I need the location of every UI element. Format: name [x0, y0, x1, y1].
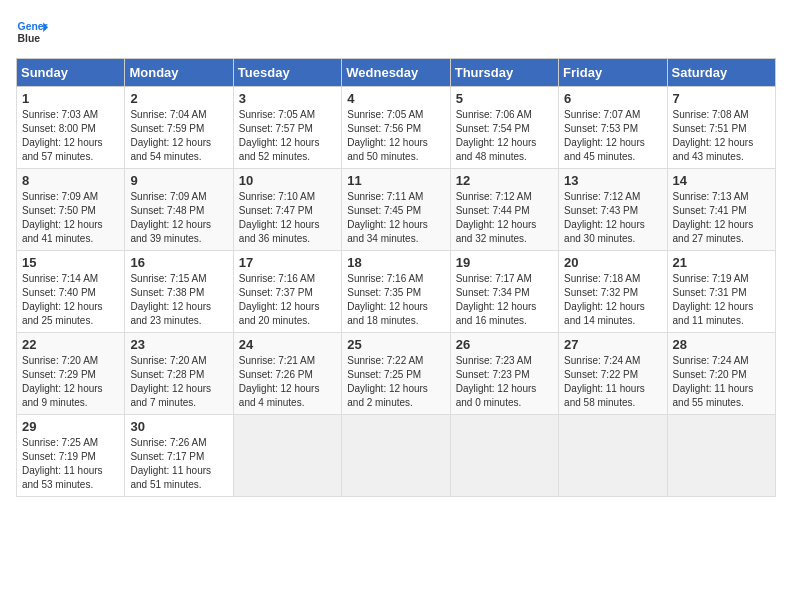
day-detail: Sunrise: 7:20 AM Sunset: 7:29 PM Dayligh…	[22, 354, 119, 410]
calendar-cell: 25Sunrise: 7:22 AM Sunset: 7:25 PM Dayli…	[342, 333, 450, 415]
day-detail: Sunrise: 7:26 AM Sunset: 7:17 PM Dayligh…	[130, 436, 227, 492]
week-row-5: 29Sunrise: 7:25 AM Sunset: 7:19 PM Dayli…	[17, 415, 776, 497]
col-header-friday: Friday	[559, 59, 667, 87]
calendar-cell	[559, 415, 667, 497]
day-detail: Sunrise: 7:09 AM Sunset: 7:48 PM Dayligh…	[130, 190, 227, 246]
day-detail: Sunrise: 7:06 AM Sunset: 7:54 PM Dayligh…	[456, 108, 553, 164]
day-number: 21	[673, 255, 770, 270]
calendar-cell: 13Sunrise: 7:12 AM Sunset: 7:43 PM Dayli…	[559, 169, 667, 251]
day-number: 13	[564, 173, 661, 188]
calendar-cell	[342, 415, 450, 497]
svg-text:Blue: Blue	[18, 33, 41, 44]
calendar-cell: 10Sunrise: 7:10 AM Sunset: 7:47 PM Dayli…	[233, 169, 341, 251]
day-number: 29	[22, 419, 119, 434]
calendar-cell: 23Sunrise: 7:20 AM Sunset: 7:28 PM Dayli…	[125, 333, 233, 415]
day-number: 7	[673, 91, 770, 106]
day-detail: Sunrise: 7:13 AM Sunset: 7:41 PM Dayligh…	[673, 190, 770, 246]
col-header-thursday: Thursday	[450, 59, 558, 87]
calendar-cell: 20Sunrise: 7:18 AM Sunset: 7:32 PM Dayli…	[559, 251, 667, 333]
calendar-cell: 16Sunrise: 7:15 AM Sunset: 7:38 PM Dayli…	[125, 251, 233, 333]
day-detail: Sunrise: 7:24 AM Sunset: 7:22 PM Dayligh…	[564, 354, 661, 410]
day-detail: Sunrise: 7:18 AM Sunset: 7:32 PM Dayligh…	[564, 272, 661, 328]
col-header-wednesday: Wednesday	[342, 59, 450, 87]
calendar-cell: 17Sunrise: 7:16 AM Sunset: 7:37 PM Dayli…	[233, 251, 341, 333]
calendar-cell: 21Sunrise: 7:19 AM Sunset: 7:31 PM Dayli…	[667, 251, 775, 333]
calendar-cell: 27Sunrise: 7:24 AM Sunset: 7:22 PM Dayli…	[559, 333, 667, 415]
day-detail: Sunrise: 7:07 AM Sunset: 7:53 PM Dayligh…	[564, 108, 661, 164]
day-number: 28	[673, 337, 770, 352]
day-number: 25	[347, 337, 444, 352]
day-number: 22	[22, 337, 119, 352]
week-row-4: 22Sunrise: 7:20 AM Sunset: 7:29 PM Dayli…	[17, 333, 776, 415]
day-number: 18	[347, 255, 444, 270]
day-detail: Sunrise: 7:16 AM Sunset: 7:35 PM Dayligh…	[347, 272, 444, 328]
day-number: 6	[564, 91, 661, 106]
day-number: 9	[130, 173, 227, 188]
day-number: 8	[22, 173, 119, 188]
day-number: 20	[564, 255, 661, 270]
day-number: 30	[130, 419, 227, 434]
calendar-cell: 2Sunrise: 7:04 AM Sunset: 7:59 PM Daylig…	[125, 87, 233, 169]
calendar-cell: 26Sunrise: 7:23 AM Sunset: 7:23 PM Dayli…	[450, 333, 558, 415]
calendar-cell: 19Sunrise: 7:17 AM Sunset: 7:34 PM Dayli…	[450, 251, 558, 333]
calendar-cell: 1Sunrise: 7:03 AM Sunset: 8:00 PM Daylig…	[17, 87, 125, 169]
day-detail: Sunrise: 7:08 AM Sunset: 7:51 PM Dayligh…	[673, 108, 770, 164]
day-detail: Sunrise: 7:24 AM Sunset: 7:20 PM Dayligh…	[673, 354, 770, 410]
calendar-cell: 22Sunrise: 7:20 AM Sunset: 7:29 PM Dayli…	[17, 333, 125, 415]
calendar-cell: 7Sunrise: 7:08 AM Sunset: 7:51 PM Daylig…	[667, 87, 775, 169]
day-detail: Sunrise: 7:12 AM Sunset: 7:44 PM Dayligh…	[456, 190, 553, 246]
day-detail: Sunrise: 7:10 AM Sunset: 7:47 PM Dayligh…	[239, 190, 336, 246]
day-detail: Sunrise: 7:11 AM Sunset: 7:45 PM Dayligh…	[347, 190, 444, 246]
day-number: 12	[456, 173, 553, 188]
calendar-cell: 9Sunrise: 7:09 AM Sunset: 7:48 PM Daylig…	[125, 169, 233, 251]
day-detail: Sunrise: 7:22 AM Sunset: 7:25 PM Dayligh…	[347, 354, 444, 410]
day-number: 24	[239, 337, 336, 352]
calendar-cell: 24Sunrise: 7:21 AM Sunset: 7:26 PM Dayli…	[233, 333, 341, 415]
calendar-cell: 6Sunrise: 7:07 AM Sunset: 7:53 PM Daylig…	[559, 87, 667, 169]
day-detail: Sunrise: 7:12 AM Sunset: 7:43 PM Dayligh…	[564, 190, 661, 246]
day-detail: Sunrise: 7:23 AM Sunset: 7:23 PM Dayligh…	[456, 354, 553, 410]
calendar-cell: 28Sunrise: 7:24 AM Sunset: 7:20 PM Dayli…	[667, 333, 775, 415]
calendar-cell: 12Sunrise: 7:12 AM Sunset: 7:44 PM Dayli…	[450, 169, 558, 251]
calendar-cell: 29Sunrise: 7:25 AM Sunset: 7:19 PM Dayli…	[17, 415, 125, 497]
logo-icon: General Blue	[16, 16, 48, 48]
calendar-cell	[667, 415, 775, 497]
calendar-cell	[233, 415, 341, 497]
calendar-cell: 30Sunrise: 7:26 AM Sunset: 7:17 PM Dayli…	[125, 415, 233, 497]
day-number: 17	[239, 255, 336, 270]
day-number: 19	[456, 255, 553, 270]
day-number: 14	[673, 173, 770, 188]
day-number: 16	[130, 255, 227, 270]
day-detail: Sunrise: 7:16 AM Sunset: 7:37 PM Dayligh…	[239, 272, 336, 328]
day-detail: Sunrise: 7:19 AM Sunset: 7:31 PM Dayligh…	[673, 272, 770, 328]
calendar-cell: 3Sunrise: 7:05 AM Sunset: 7:57 PM Daylig…	[233, 87, 341, 169]
day-detail: Sunrise: 7:03 AM Sunset: 8:00 PM Dayligh…	[22, 108, 119, 164]
day-detail: Sunrise: 7:05 AM Sunset: 7:57 PM Dayligh…	[239, 108, 336, 164]
day-detail: Sunrise: 7:05 AM Sunset: 7:56 PM Dayligh…	[347, 108, 444, 164]
calendar-table: SundayMondayTuesdayWednesdayThursdayFrid…	[16, 58, 776, 497]
day-number: 3	[239, 91, 336, 106]
calendar-cell: 15Sunrise: 7:14 AM Sunset: 7:40 PM Dayli…	[17, 251, 125, 333]
header: General Blue	[16, 16, 776, 48]
day-number: 23	[130, 337, 227, 352]
day-number: 11	[347, 173, 444, 188]
calendar-header-row: SundayMondayTuesdayWednesdayThursdayFrid…	[17, 59, 776, 87]
day-number: 10	[239, 173, 336, 188]
calendar-cell: 8Sunrise: 7:09 AM Sunset: 7:50 PM Daylig…	[17, 169, 125, 251]
col-header-sunday: Sunday	[17, 59, 125, 87]
day-detail: Sunrise: 7:17 AM Sunset: 7:34 PM Dayligh…	[456, 272, 553, 328]
day-number: 15	[22, 255, 119, 270]
calendar-cell: 18Sunrise: 7:16 AM Sunset: 7:35 PM Dayli…	[342, 251, 450, 333]
day-detail: Sunrise: 7:14 AM Sunset: 7:40 PM Dayligh…	[22, 272, 119, 328]
calendar-cell	[450, 415, 558, 497]
day-number: 2	[130, 91, 227, 106]
calendar-cell: 4Sunrise: 7:05 AM Sunset: 7:56 PM Daylig…	[342, 87, 450, 169]
day-detail: Sunrise: 7:09 AM Sunset: 7:50 PM Dayligh…	[22, 190, 119, 246]
calendar-cell: 14Sunrise: 7:13 AM Sunset: 7:41 PM Dayli…	[667, 169, 775, 251]
day-number: 27	[564, 337, 661, 352]
day-detail: Sunrise: 7:04 AM Sunset: 7:59 PM Dayligh…	[130, 108, 227, 164]
logo: General Blue	[16, 16, 48, 48]
col-header-saturday: Saturday	[667, 59, 775, 87]
day-number: 5	[456, 91, 553, 106]
day-detail: Sunrise: 7:21 AM Sunset: 7:26 PM Dayligh…	[239, 354, 336, 410]
